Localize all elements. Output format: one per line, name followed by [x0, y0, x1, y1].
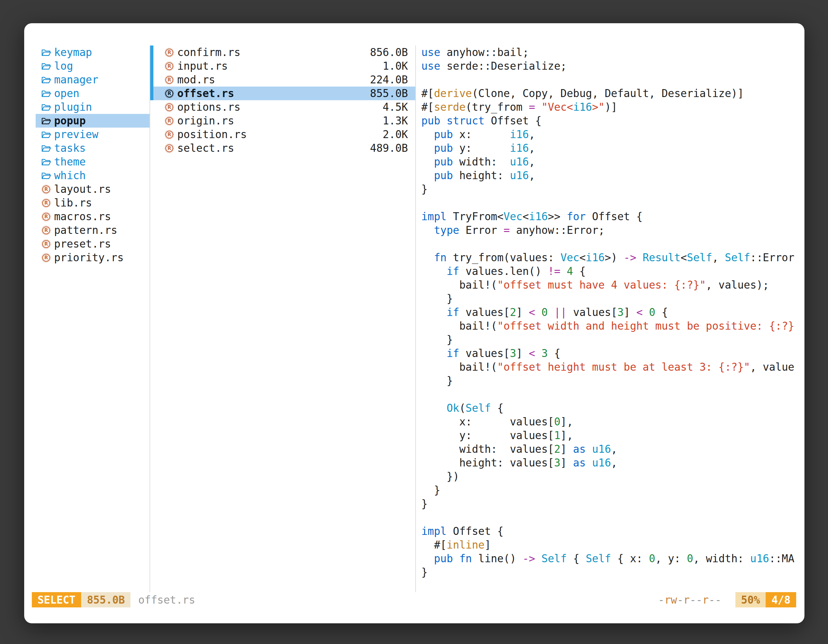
parent-entry[interactable]: R preset.rs [36, 237, 149, 251]
code-line: type Error = anyhow::Error; [421, 223, 804, 237]
file-entry[interactable]: R origin.rs 1.3K [150, 114, 415, 128]
rust-file-icon: R [41, 211, 51, 223]
rust-file-icon: R [165, 102, 174, 113]
code-line: bail!("offset height must be at least 3:… [421, 360, 804, 374]
status-bar: SELECT 855.0B offset.rs -rw-r--r-- 50% 4… [32, 592, 796, 607]
svg-text:R: R [44, 255, 48, 260]
rust-file-icon: R [165, 47, 174, 58]
file-entry[interactable]: R options.rs 4.5K [150, 100, 415, 114]
code-line: impl TryFrom<Vec<i16>> for Offset { [421, 210, 804, 223]
status-right: -rw-r--r-- 50% 4/8 [658, 592, 796, 607]
svg-text:R: R [44, 241, 48, 247]
parent-entry[interactable]: log [36, 59, 149, 73]
rust-file-icon: R [41, 238, 51, 250]
code-line: pub width: u16, [421, 155, 804, 169]
file-entry[interactable]: R position.rs 2.0K [150, 128, 415, 141]
code-line: use anyhow::bail; [421, 45, 804, 59]
folder-icon [41, 143, 51, 154]
code-line [421, 387, 804, 401]
current-pane: R confirm.rs 856.0B R input.rs 1.0K R mo… [150, 45, 415, 592]
rust-file-icon: R [165, 115, 174, 127]
code-line: pub x: i16, [421, 128, 804, 141]
file-entry[interactable]: R input.rs 1.0K [150, 59, 415, 73]
parent-entry[interactable]: preview [36, 128, 149, 141]
svg-text:R: R [168, 91, 171, 96]
svg-text:R: R [44, 214, 48, 219]
code-line: #[inline] [421, 538, 804, 552]
parent-entry[interactable]: R macros.rs [36, 210, 149, 223]
entry-label: tasks [54, 142, 86, 154]
parent-entry[interactable]: R lib.rs [36, 196, 149, 210]
rust-file-icon: R [41, 252, 51, 263]
entry-size: 224.0B [370, 74, 408, 86]
entry-label: select.rs [177, 142, 370, 154]
code-line: width: values[2] as u16, [421, 442, 804, 456]
current-pane-list: R confirm.rs 856.0B R input.rs 1.0K R mo… [150, 45, 415, 155]
code-line: } [421, 292, 804, 306]
entry-label: manager [54, 74, 98, 86]
entry-size: 1.0K [383, 60, 408, 72]
folder-icon [41, 170, 51, 181]
code-line: if values[3] < 3 { [421, 346, 804, 360]
parent-entry[interactable]: keymap [36, 45, 149, 59]
entry-label: open [54, 87, 79, 100]
entry-label: position.rs [177, 128, 383, 141]
code-line: if values.len() != 4 { [421, 265, 804, 278]
entry-size: 856.0B [370, 46, 408, 58]
code-line: } [421, 182, 804, 196]
file-manager-window: keymap log manager open [24, 23, 804, 623]
svg-text:R: R [44, 227, 48, 233]
parent-entry[interactable]: theme [36, 155, 149, 169]
rust-file-icon: R [165, 88, 174, 99]
panes-area: keymap log manager open [24, 23, 804, 592]
entry-label: confirm.rs [177, 46, 370, 58]
code-line: fn try_from(values: Vec<i16>) -> Result<… [421, 251, 804, 265]
folder-icon [41, 156, 51, 168]
rust-file-icon: R [165, 60, 174, 72]
parent-entry[interactable]: R layout.rs [36, 182, 149, 196]
code-line: }) [421, 470, 804, 483]
entry-label: theme [54, 155, 86, 168]
code-line: y: values[1], [421, 429, 804, 442]
entry-size: 2.0K [383, 128, 408, 141]
entry-size: 4.5K [383, 101, 408, 113]
parent-entry[interactable]: R pattern.rs [36, 223, 149, 237]
parent-entry[interactable]: R priority.rs [36, 251, 149, 265]
svg-text:R: R [44, 186, 48, 192]
code-line [421, 196, 804, 210]
rust-file-icon: R [165, 74, 174, 86]
parent-entry[interactable]: popup [36, 114, 149, 128]
entry-label: preview [54, 128, 98, 141]
code-line: use serde::Deserialize; [421, 59, 804, 73]
file-entry[interactable]: R offset.rs 855.0B [150, 86, 415, 100]
svg-text:R: R [168, 63, 171, 69]
code-line [421, 511, 804, 524]
size-badge: 855.0B [81, 592, 130, 607]
parent-entry[interactable]: tasks [36, 141, 149, 155]
svg-text:R: R [168, 132, 171, 138]
entry-size: 855.0B [370, 87, 408, 100]
file-entry[interactable]: R confirm.rs 856.0B [150, 45, 415, 59]
parent-entry[interactable]: manager [36, 73, 149, 86]
entry-label: offset.rs [177, 87, 370, 100]
parent-entry[interactable]: open [36, 86, 149, 100]
entry-label: pattern.rs [54, 224, 118, 237]
code-line: Ok(Self { [421, 401, 804, 415]
status-filename: offset.rs [138, 594, 195, 606]
preview-pane: use anyhow::bail;use serde::Deserialize;… [416, 45, 804, 592]
parent-entry[interactable]: plugin [36, 100, 149, 114]
parent-pane-list: keymap log manager open [36, 45, 149, 265]
parent-entry[interactable]: which [36, 169, 149, 182]
code-line: pub fn line() -> Self { Self { x: 0, y: … [421, 552, 804, 566]
file-entry[interactable]: R mod.rs 224.0B [150, 73, 415, 86]
code-line: } [421, 333, 804, 346]
svg-text:R: R [168, 118, 171, 124]
code-line: height: values[3] as u16, [421, 456, 804, 470]
marker-bar [150, 45, 154, 100]
code-line: } [421, 374, 804, 387]
preview-code: use anyhow::bail;use serde::Deserialize;… [421, 45, 804, 579]
entry-label: layout.rs [54, 183, 111, 195]
file-entry[interactable]: R select.rs 489.0B [150, 141, 415, 155]
code-line: if values[2] < 0 || values[3] < 0 { [421, 306, 804, 319]
folder-icon [41, 47, 51, 58]
